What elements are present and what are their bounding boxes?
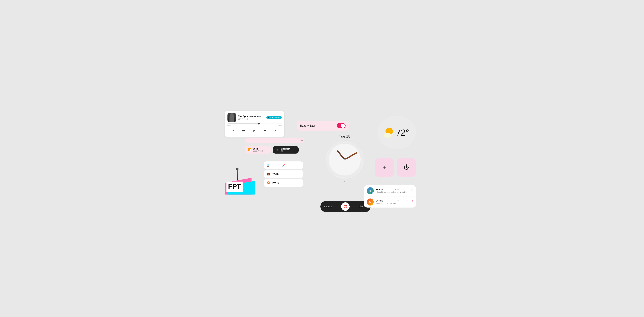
clock-date: Tue 18: [339, 134, 350, 139]
work-label: Work: [272, 172, 279, 175]
progress-area[interactable]: 2:20 3:42: [228, 124, 282, 127]
alarm-icon-button[interactable]: ⏰: [341, 202, 350, 211]
battery-saver-widget: Battery Saver: [297, 121, 349, 131]
canvas: The Eyebrowless Man Jon Prosser 📱Phone S…: [215, 106, 430, 211]
next-button[interactable]: ⏭: [263, 128, 268, 133]
bluetooth-chip[interactable]: ⚡ Bluetooth Off: [272, 146, 298, 154]
weather-icon-area: [384, 128, 394, 138]
battery-saver-label: Battery Saver: [300, 124, 316, 127]
clock-bottom-dot: [344, 181, 346, 182]
alarm-controls: Snooze ⏰ Dismiss: [320, 201, 371, 212]
power-button[interactable]: ⏻: [397, 158, 416, 177]
music-title: The Eyebrowless Man: [238, 115, 264, 117]
fpt-logo: FPT: [225, 168, 258, 195]
time-total: 3:42: [278, 125, 282, 127]
wifi-network: GoogleGuest: [253, 150, 263, 152]
weather-icon: [384, 128, 394, 138]
bluetooth-label: Bluetooth: [281, 148, 290, 150]
info-icon[interactable]: ⓘ: [298, 163, 300, 167]
clock-widget: Tue 18: [319, 134, 371, 182]
add-button[interactable]: +: [375, 158, 394, 177]
temperature: 72°: [396, 128, 409, 138]
music-player-widget: The Eyebrowless Man Jon Prosser 📱Phone S…: [225, 111, 284, 137]
hourglass-icon[interactable]: ⌛: [266, 164, 270, 167]
sender-name-sundar: Sundar: [376, 188, 383, 191]
time-current: 2:20: [228, 125, 231, 127]
message-time-corina: • 2m: [396, 200, 399, 202]
message-content-sundar: Sundar • 2m 3 I thought you only leaked …: [376, 188, 413, 193]
wifi-icon: 📶: [248, 148, 251, 151]
music-artist: Jon Prosser: [238, 118, 264, 120]
home-icon: 🏠: [267, 181, 270, 184]
avatar-corina: C: [367, 199, 374, 206]
fpt-text-box: FPT: [226, 182, 242, 192]
hour-hand: [336, 150, 345, 160]
message-text-corina: Jon you clogged the toilet...: [376, 202, 413, 204]
facebook-icon: f: [371, 192, 374, 194]
play-button[interactable]: ▶: [252, 128, 257, 133]
output-device-badge: 📱Phone Speaker: [266, 116, 282, 119]
context-menu-toolbar: ⌛ 📌 ⓘ: [264, 161, 303, 169]
snooze-button[interactable]: Snooze: [322, 204, 334, 209]
wifi-label: Wi-Fi: [253, 148, 263, 150]
context-menu-work[interactable]: 💼 Work: [264, 170, 303, 178]
page-dots: [228, 135, 282, 135]
brightness-slider[interactable]: ⚙: [245, 138, 304, 143]
quick-actions: + ⏻: [375, 158, 416, 177]
pin-icon[interactable]: 📌: [282, 164, 285, 167]
briefcase-icon: 💼: [267, 172, 270, 176]
message-content-corina: Corina • 2m Jon you clogged the toilet..…: [376, 200, 413, 204]
messages-widget: S f Sundar • 2m 3 I thought you only lea…: [364, 185, 416, 208]
message-badge-sundar: 3: [411, 188, 413, 191]
connectivity-row: 📶 Wi-Fi GoogleGuest ⚡ Bluetooth Off: [245, 146, 298, 154]
message-item-corina[interactable]: C Corina • 2m Jon you clogged the toilet…: [364, 196, 416, 208]
sender-name-corina: Corina: [376, 200, 383, 202]
replay-button[interactable]: ↺: [230, 128, 236, 133]
minute-hand: [344, 152, 358, 160]
bluetooth-status: Off: [281, 150, 290, 152]
album-art: [228, 113, 236, 122]
fpt-text: FPT: [228, 183, 241, 190]
message-time-sundar: • 2m: [395, 189, 398, 190]
pin-decoration: [236, 168, 238, 181]
bluetooth-icon: ⚡: [276, 148, 279, 151]
battery-saver-toggle[interactable]: [337, 123, 346, 128]
unread-dot-corina: [412, 200, 413, 202]
avatar-sundar: S f: [367, 187, 374, 194]
message-text-sundar: I thought you only leaked Apple stuff...: [376, 191, 413, 193]
repeat-button[interactable]: ↻: [274, 128, 279, 133]
prev-button[interactable]: ⏮: [241, 128, 246, 133]
center-dot: [344, 159, 346, 160]
clock-face: [326, 140, 364, 179]
wifi-chip[interactable]: 📶 Wi-Fi GoogleGuest: [245, 146, 271, 154]
weather-widget: 72°: [378, 116, 416, 149]
context-menu: ⌛ 📌 ⓘ 💼 Work 🏠 Home: [264, 161, 303, 188]
message-item-sundar[interactable]: S f Sundar • 2m 3 I thought you only lea…: [364, 185, 416, 196]
home-label: Home: [272, 181, 280, 184]
context-menu-home[interactable]: 🏠 Home: [264, 179, 303, 187]
playback-controls: ↺ ⏮ ▶ ⏭ ↻: [228, 128, 282, 133]
brightness-icon: ⚙: [301, 139, 303, 142]
